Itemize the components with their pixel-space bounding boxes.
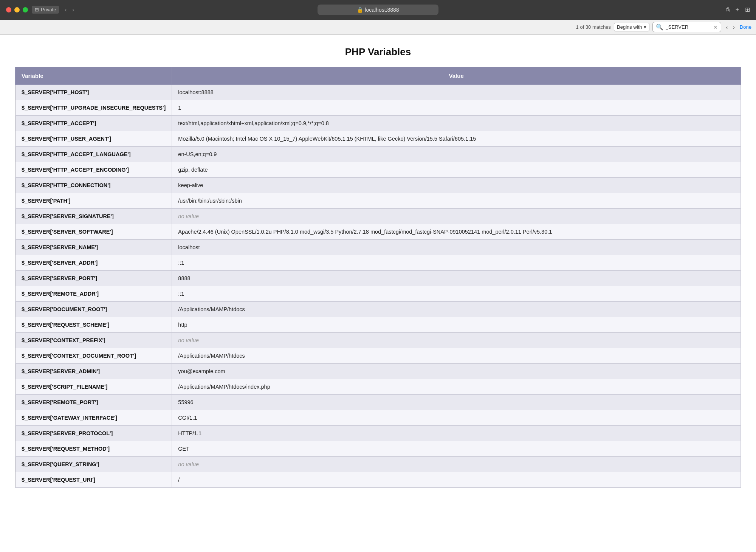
value-cell: Mozilla/5.0 (Macintosh; Intel Mac OS X 1… <box>172 131 741 147</box>
table-row: $_SERVER['REMOTE_ADDR']::1 <box>15 286 741 302</box>
value-cell: /Applications/MAMP/htdocs/index.php <box>172 379 741 395</box>
find-bar: 1 of 30 matches Begins with ▾ 🔍 ✕ ‹ › Do… <box>0 20 756 35</box>
table-row: $_SERVER['SERVER_ADMIN']you@example.com <box>15 364 741 379</box>
table-row: $_SERVER['HTTP_ACCEPT']text/html,applica… <box>15 116 741 131</box>
variable-cell: $_SERVER['PATH'] <box>15 193 172 209</box>
find-input-wrapper: 🔍 ✕ <box>652 22 721 32</box>
minimize-button[interactable] <box>14 7 20 12</box>
share-button[interactable]: ⎙ <box>726 6 730 13</box>
find-done-button[interactable]: Done <box>740 24 751 30</box>
new-tab-button[interactable]: + <box>736 6 739 13</box>
table-row: $_SERVER['REQUEST_SCHEME']http <box>15 317 741 333</box>
value-cell: HTTP/1.1 <box>172 426 741 441</box>
table-row: $_SERVER['HTTP_UPGRADE_INSECURE_REQUESTS… <box>15 100 741 116</box>
value-cell: text/html,application/xhtml+xml,applicat… <box>172 116 741 131</box>
tabs-grid-button[interactable]: ⊞ <box>745 6 750 13</box>
variable-cell: $_SERVER['CONTEXT_DOCUMENT_ROOT'] <box>15 348 172 364</box>
close-button[interactable] <box>6 7 11 12</box>
value-cell: ::1 <box>172 255 741 271</box>
table-row: $_SERVER['HTTP_HOST']localhost:8888 <box>15 85 741 100</box>
lock-icon: 🔒 <box>357 7 365 13</box>
value-cell: /Applications/MAMP/htdocs <box>172 348 741 364</box>
sidebar-icon: ⊟ <box>35 7 39 12</box>
variable-cell: $_SERVER['SERVER_SOFTWARE'] <box>15 224 172 240</box>
table-row: $_SERVER['SCRIPT_FILENAME']/Applications… <box>15 379 741 395</box>
table-row: $_SERVER['CONTEXT_PREFIX']no value <box>15 333 741 348</box>
nav-forward-button[interactable]: › <box>70 6 76 14</box>
table-row: $_SERVER['REQUEST_URI']/ <box>15 472 741 488</box>
begins-with-dropdown[interactable]: Begins with ▾ <box>614 23 649 31</box>
value-cell: CGI/1.1 <box>172 410 741 426</box>
address-bar[interactable]: 🔒 localhost:8888 <box>318 5 438 15</box>
variable-cell: $_SERVER['GATEWAY_INTERFACE'] <box>15 410 172 426</box>
table-row: $_SERVER['SERVER_PROTOCOL']HTTP/1.1 <box>15 426 741 441</box>
private-label: Private <box>41 7 56 12</box>
variable-cell: $_SERVER['HTTP_CONNECTION'] <box>15 178 172 193</box>
value-cell: en-US,en;q=0.9 <box>172 147 741 162</box>
value-cell: 55996 <box>172 395 741 410</box>
titlebar: ⊟ Private ‹ › 🔒 localhost:8888 ⎙ + ⊞ <box>0 0 756 20</box>
variable-cell: $_SERVER['SERVER_SIGNATURE'] <box>15 209 172 224</box>
value-cell: http <box>172 317 741 333</box>
find-next-button[interactable]: › <box>731 23 737 31</box>
table-row: $_SERVER['SERVER_SOFTWARE']Apache/2.4.46… <box>15 224 741 240</box>
private-badge: ⊟ Private <box>32 6 59 14</box>
address-bar-container: 🔒 localhost:8888 <box>318 5 438 15</box>
value-cell: 8888 <box>172 271 741 286</box>
find-input[interactable] <box>666 24 711 30</box>
variable-cell: $_SERVER['HTTP_ACCEPT_LANGUAGE'] <box>15 147 172 162</box>
page-title: PHP Variables <box>15 46 741 58</box>
table-row: $_SERVER['DOCUMENT_ROOT']/Applications/M… <box>15 302 741 317</box>
table-row: $_SERVER['GATEWAY_INTERFACE']CGI/1.1 <box>15 410 741 426</box>
table-row: $_SERVER['HTTP_ACCEPT_LANGUAGE']en-US,en… <box>15 147 741 162</box>
variable-cell: $_SERVER['HTTP_HOST'] <box>15 85 172 100</box>
find-clear-button[interactable]: ✕ <box>713 24 718 30</box>
title-bar-left: ⊟ Private ‹ › <box>6 6 76 14</box>
chevron-down-icon: ▾ <box>644 24 646 30</box>
table-row: $_SERVER['SERVER_ADDR']::1 <box>15 255 741 271</box>
table-row: $_SERVER['HTTP_ACCEPT_ENCODING']gzip, de… <box>15 162 741 178</box>
variable-cell: $_SERVER['SERVER_ADDR'] <box>15 255 172 271</box>
value-cell: Apache/2.4.46 (Unix) OpenSSL/1.0.2u PHP/… <box>172 224 741 240</box>
value-cell: 1 <box>172 100 741 116</box>
table-row: $_SERVER['HTTP_USER_AGENT']Mozilla/5.0 (… <box>15 131 741 147</box>
php-variables-table: Variable Value $_SERVER['HTTP_HOST']loca… <box>15 67 741 488</box>
variable-cell: $_SERVER['SERVER_NAME'] <box>15 240 172 255</box>
value-cell: localhost:8888 <box>172 85 741 100</box>
variable-cell: $_SERVER['REMOTE_ADDR'] <box>15 286 172 302</box>
value-cell: keep-alive <box>172 178 741 193</box>
value-cell: ::1 <box>172 286 741 302</box>
nav-back-button[interactable]: ‹ <box>63 6 68 14</box>
main-content: PHP Variables Variable Value $_SERVER['H… <box>0 35 756 552</box>
variable-cell: $_SERVER['REQUEST_METHOD'] <box>15 441 172 457</box>
value-cell: gzip, deflate <box>172 162 741 178</box>
variable-cell: $_SERVER['QUERY_STRING'] <box>15 457 172 472</box>
maximize-button[interactable] <box>23 7 28 12</box>
address-text: localhost:8888 <box>365 7 399 13</box>
nav-arrows: ‹ › <box>63 6 76 14</box>
begins-with-label: Begins with <box>617 24 642 30</box>
value-cell: no value <box>172 333 741 348</box>
value-cell: no value <box>172 457 741 472</box>
match-count: 1 of 30 matches <box>576 24 611 30</box>
table-row: $_SERVER['REQUEST_METHOD']GET <box>15 441 741 457</box>
search-icon: 🔍 <box>656 23 663 31</box>
variable-cell: $_SERVER['SERVER_ADMIN'] <box>15 364 172 379</box>
find-prev-button[interactable]: ‹ <box>724 23 730 31</box>
col-header-variable: Variable <box>15 67 172 85</box>
variable-cell: $_SERVER['HTTP_ACCEPT'] <box>15 116 172 131</box>
variable-cell: $_SERVER['REQUEST_URI'] <box>15 472 172 488</box>
table-header-row: Variable Value <box>15 67 741 85</box>
variable-cell: $_SERVER['HTTP_USER_AGENT'] <box>15 131 172 147</box>
value-cell: localhost <box>172 240 741 255</box>
traffic-lights <box>6 7 28 12</box>
table-row: $_SERVER['QUERY_STRING']no value <box>15 457 741 472</box>
table-row: $_SERVER['PATH']/usr/bin:/bin:/usr/sbin:… <box>15 193 741 209</box>
table-row: $_SERVER['HTTP_CONNECTION']keep-alive <box>15 178 741 193</box>
variable-cell: $_SERVER['HTTP_ACCEPT_ENCODING'] <box>15 162 172 178</box>
table-row: $_SERVER['SERVER_PORT']8888 <box>15 271 741 286</box>
variable-cell: $_SERVER['SERVER_PORT'] <box>15 271 172 286</box>
table-body: $_SERVER['HTTP_HOST']localhost:8888$_SER… <box>15 85 741 488</box>
value-cell: GET <box>172 441 741 457</box>
col-header-value: Value <box>172 67 741 85</box>
